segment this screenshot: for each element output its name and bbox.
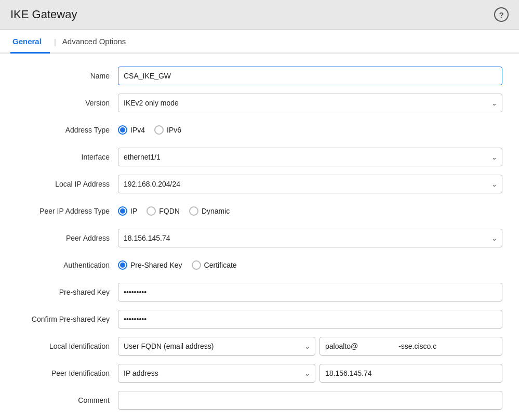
name-row: Name bbox=[17, 66, 502, 86]
local-id-type-select[interactable]: User FQDN (email address) IP address FQD… bbox=[118, 337, 315, 356]
comment-input[interactable] bbox=[118, 391, 502, 410]
version-select-wrapper: IKEv2 only mode IKEv1 only mode IKEv2 pr… bbox=[118, 94, 502, 112]
peer-address-select[interactable]: 18.156.145.74 bbox=[118, 229, 502, 247]
address-type-ipv6-label[interactable]: IPv6 bbox=[154, 125, 181, 135]
name-label: Name bbox=[17, 72, 118, 80]
version-control: IKEv2 only mode IKEv1 only mode IKEv2 pr… bbox=[118, 94, 502, 112]
peer-ip-type-fqdn-radio[interactable] bbox=[147, 206, 156, 216]
local-id-split-control: User FQDN (email address) IP address FQD… bbox=[118, 337, 502, 356]
peer-id-type-select-wrapper: IP address FQDN User FQDN (email address… bbox=[118, 364, 315, 383]
peer-ip-type-control: IP FQDN Dynamic bbox=[118, 206, 502, 216]
confirm-psk-label: Confirm Pre-shared Key bbox=[17, 315, 118, 323]
auth-psk-label[interactable]: Pre-Shared Key bbox=[118, 260, 182, 270]
auth-cert-text: Certificate bbox=[204, 261, 237, 269]
local-id-value-wrapper bbox=[320, 337, 502, 356]
address-type-ipv6-radio[interactable] bbox=[154, 125, 164, 135]
auth-psk-text: Pre-Shared Key bbox=[130, 261, 182, 269]
comment-control bbox=[118, 391, 502, 410]
version-label: Version bbox=[17, 99, 118, 107]
local-ip-select[interactable]: 192.168.0.204/24 bbox=[118, 175, 502, 193]
psk-control bbox=[118, 283, 502, 301]
address-type-label: Address Type bbox=[17, 126, 118, 134]
peer-id-row: Peer Identification IP address FQDN User… bbox=[17, 363, 502, 383]
local-id-type-select-wrapper: User FQDN (email address) IP address FQD… bbox=[118, 337, 315, 356]
interface-select-wrapper: ethernet1/1 ethernet1/2 ⌄ bbox=[118, 148, 502, 166]
confirm-psk-control bbox=[118, 310, 502, 329]
authentication-radio-group: Pre-Shared Key Certificate bbox=[118, 260, 502, 270]
local-id-value-input[interactable] bbox=[320, 337, 502, 356]
peer-ip-type-fqdn-label[interactable]: FQDN bbox=[147, 206, 180, 216]
name-input[interactable] bbox=[118, 67, 502, 85]
local-ip-select-wrapper: 192.168.0.204/24 ⌄ bbox=[118, 175, 502, 193]
ike-gateway-dialog: IKE Gateway ? General | Advanced Options… bbox=[0, 0, 519, 420]
address-type-control: IPv4 IPv6 bbox=[118, 125, 502, 135]
local-id-label: Local Identification bbox=[17, 342, 118, 350]
peer-id-label: Peer Identification bbox=[17, 369, 118, 377]
authentication-label: Authentication bbox=[17, 261, 118, 269]
address-type-radio-group: IPv4 IPv6 bbox=[118, 125, 502, 135]
confirm-psk-row: Confirm Pre-shared Key bbox=[17, 309, 502, 329]
peer-ip-type-dynamic-text: Dynamic bbox=[202, 207, 230, 215]
tab-separator: | bbox=[50, 30, 60, 52]
peer-address-select-wrapper: 18.156.145.74 ⌄ bbox=[118, 229, 502, 247]
version-row: Version IKEv2 only mode IKEv1 only mode … bbox=[17, 93, 502, 113]
local-ip-label: Local IP Address bbox=[17, 180, 118, 188]
interface-control: ethernet1/1 ethernet1/2 ⌄ bbox=[118, 148, 502, 166]
peer-id-type-select[interactable]: IP address FQDN User FQDN (email address… bbox=[118, 364, 315, 383]
help-icon[interactable]: ? bbox=[494, 7, 509, 22]
address-type-ipv6-text: IPv6 bbox=[167, 126, 181, 134]
peer-ip-type-ip-radio[interactable] bbox=[118, 206, 127, 216]
address-type-ipv4-radio[interactable] bbox=[118, 125, 127, 135]
name-control bbox=[118, 67, 502, 85]
interface-label: Interface bbox=[17, 153, 118, 161]
peer-address-label: Peer Address bbox=[17, 234, 118, 242]
auth-cert-label[interactable]: Certificate bbox=[192, 260, 237, 270]
peer-ip-type-ip-label[interactable]: IP bbox=[118, 206, 137, 216]
dialog-title: IKE Gateway bbox=[10, 8, 77, 21]
peer-id-split-control: IP address FQDN User FQDN (email address… bbox=[118, 364, 502, 383]
peer-id-value-wrapper bbox=[320, 364, 502, 383]
peer-ip-type-dynamic-label[interactable]: Dynamic bbox=[189, 206, 230, 216]
address-type-ipv4-label[interactable]: IPv4 bbox=[118, 125, 145, 135]
peer-id-value-input[interactable] bbox=[320, 364, 502, 383]
comment-label: Comment bbox=[17, 396, 118, 404]
auth-cert-radio[interactable] bbox=[192, 260, 201, 270]
interface-row: Interface ethernet1/1 ethernet1/2 ⌄ bbox=[17, 147, 502, 167]
peer-ip-type-row: Peer IP Address Type IP FQDN Dynamic bbox=[17, 201, 502, 221]
tab-advanced-options[interactable]: Advanced Options bbox=[60, 30, 135, 54]
tab-general[interactable]: General bbox=[10, 30, 50, 54]
interface-select[interactable]: ethernet1/1 ethernet1/2 bbox=[118, 148, 502, 166]
peer-address-row: Peer Address 18.156.145.74 ⌄ bbox=[17, 228, 502, 248]
comment-row: Comment bbox=[17, 390, 502, 410]
peer-ip-type-fqdn-text: FQDN bbox=[159, 207, 180, 215]
address-type-row: Address Type IPv4 IPv6 bbox=[17, 120, 502, 140]
confirm-psk-input[interactable] bbox=[118, 310, 502, 329]
local-id-row: Local Identification User FQDN (email ad… bbox=[17, 336, 502, 356]
psk-input[interactable] bbox=[118, 283, 502, 301]
auth-psk-radio[interactable] bbox=[118, 260, 127, 270]
dialog-header: IKE Gateway ? bbox=[0, 0, 519, 30]
peer-ip-type-ip-text: IP bbox=[130, 207, 137, 215]
peer-ip-type-label: Peer IP Address Type bbox=[17, 207, 118, 215]
peer-ip-type-radio-group: IP FQDN Dynamic bbox=[118, 206, 502, 216]
tab-bar: General | Advanced Options bbox=[0, 30, 519, 54]
authentication-control: Pre-Shared Key Certificate bbox=[118, 260, 502, 270]
psk-label: Pre-shared Key bbox=[17, 288, 118, 296]
psk-row: Pre-shared Key bbox=[17, 282, 502, 302]
peer-ip-type-dynamic-radio[interactable] bbox=[189, 206, 198, 216]
peer-address-control: 18.156.145.74 ⌄ bbox=[118, 229, 502, 247]
form-area: Name Version IKEv2 only mode IKEv1 only … bbox=[0, 54, 519, 420]
address-type-ipv4-text: IPv4 bbox=[130, 126, 145, 134]
local-ip-row: Local IP Address 192.168.0.204/24 ⌄ bbox=[17, 174, 502, 194]
authentication-row: Authentication Pre-Shared Key Certificat… bbox=[17, 255, 502, 275]
local-ip-control: 192.168.0.204/24 ⌄ bbox=[118, 175, 502, 193]
version-select[interactable]: IKEv2 only mode IKEv1 only mode IKEv2 pr… bbox=[118, 94, 502, 112]
